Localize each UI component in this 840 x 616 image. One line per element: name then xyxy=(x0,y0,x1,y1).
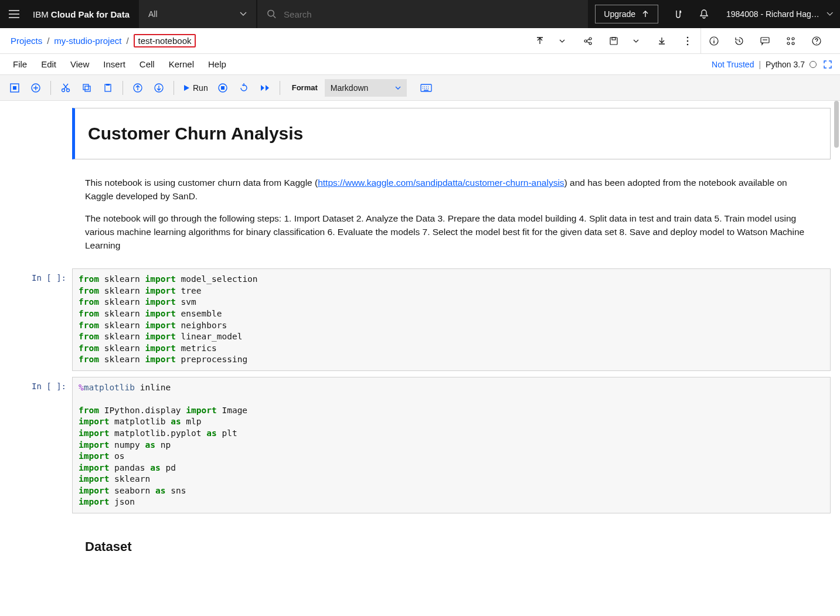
info-icon[interactable] xyxy=(700,28,726,54)
keyboard-icon[interactable] xyxy=(417,79,435,97)
svg-rect-5 xyxy=(612,38,615,40)
markdown-cell[interactable]: Dataset xyxy=(11,524,831,559)
menu-file[interactable]: File xyxy=(6,56,34,73)
cell-type-select[interactable]: Markdown xyxy=(325,79,407,97)
svg-point-6 xyxy=(687,36,689,38)
code-cell[interactable]: In [ ]: from sklearn import model_select… xyxy=(11,268,831,371)
search-input[interactable] xyxy=(284,9,579,19)
publish-dropdown[interactable] xyxy=(549,28,575,54)
notebook-title: Customer Churn Analysis xyxy=(88,124,817,144)
code-cell[interactable]: In [ ]: %matplotlib inline from IPython.… xyxy=(11,377,831,513)
markdown-cell[interactable]: Customer Churn Analysis xyxy=(11,108,831,159)
breadcrumb: Projects / my-studio-project / test-note… xyxy=(11,34,196,47)
upgrade-arrow-icon xyxy=(641,10,649,18)
breadcrumb-project[interactable]: my-studio-project xyxy=(54,36,121,46)
share-icon[interactable] xyxy=(575,28,601,54)
svg-point-8 xyxy=(687,43,689,45)
svg-rect-21 xyxy=(83,84,89,90)
notebook-menu-bar: File Edit View Insert Cell Kernel Help N… xyxy=(0,54,840,75)
restart-icon[interactable] xyxy=(235,79,253,97)
brand-title: IBM Cloud Pak for Data xyxy=(28,9,139,19)
menu-edit[interactable]: Edit xyxy=(34,56,63,73)
scrollbar-thumb[interactable] xyxy=(834,101,839,148)
svg-point-2 xyxy=(589,38,591,40)
notifications-icon[interactable] xyxy=(691,0,717,28)
hamburger-menu-icon[interactable] xyxy=(0,0,28,28)
save-notebook-icon[interactable] xyxy=(6,79,23,97)
insert-cell-icon[interactable] xyxy=(27,79,45,97)
cut-cell-icon[interactable] xyxy=(57,79,74,97)
cell-prompt: In [ ]: xyxy=(11,377,72,513)
svg-point-11 xyxy=(787,38,790,40)
markdown-cell[interactable]: This notebook is using customer churn da… xyxy=(11,163,831,265)
scope-dropdown-label: All xyxy=(148,9,158,19)
move-up-icon[interactable] xyxy=(129,79,147,97)
cell-prompt: In [ ]: xyxy=(11,268,72,371)
breadcrumb-header: Projects / my-studio-project / test-note… xyxy=(0,28,840,54)
chevron-down-icon xyxy=(395,86,401,90)
interrupt-icon[interactable] xyxy=(214,79,232,97)
svg-point-14 xyxy=(792,42,794,45)
download-icon[interactable] xyxy=(649,28,675,54)
comment-icon[interactable] xyxy=(752,28,778,54)
kernel-status-icon xyxy=(810,61,817,68)
menu-items: File Edit View Insert Cell Kernel Help xyxy=(6,56,233,73)
search-icon xyxy=(267,9,277,19)
svg-point-12 xyxy=(792,38,794,40)
chevron-down-icon xyxy=(827,12,833,16)
global-header: IBM Cloud Pak for Data All Upgrade 19840… xyxy=(0,0,840,28)
code-input[interactable]: %matplotlib inline from IPython.display … xyxy=(72,377,831,513)
paste-cell-icon[interactable] xyxy=(99,79,117,97)
history-icon[interactable] xyxy=(726,28,752,54)
menu-insert[interactable]: Insert xyxy=(96,56,132,73)
notebook-toolbar: Run Format Markdown xyxy=(0,75,840,101)
svg-rect-28 xyxy=(221,86,225,90)
notebook-body[interactable]: Customer Churn Analysis This notebook is… xyxy=(0,101,840,616)
run-button[interactable]: Run xyxy=(180,83,210,93)
svg-point-19 xyxy=(62,89,65,91)
breadcrumb-projects[interactable]: Projects xyxy=(11,36,42,46)
run-all-icon[interactable] xyxy=(256,79,274,97)
menu-cell[interactable]: Cell xyxy=(132,56,162,73)
kaggle-link[interactable]: https://www.kaggle.com/sandipdatta/custo… xyxy=(318,178,564,188)
svg-rect-22 xyxy=(85,86,90,91)
asset-action-bar xyxy=(527,28,829,54)
menu-kernel[interactable]: Kernel xyxy=(162,56,201,73)
overflow-menu-icon[interactable] xyxy=(675,28,700,54)
data-panel-icon[interactable] xyxy=(778,28,804,54)
code-input[interactable]: from sklearn import model_selection from… xyxy=(72,268,831,371)
move-down-icon[interactable] xyxy=(150,79,168,97)
menu-help[interactable]: Help xyxy=(201,56,233,73)
format-label: Format xyxy=(292,83,318,92)
direction-icon[interactable] xyxy=(665,0,691,28)
kernel-name: Python 3.7 xyxy=(766,60,805,69)
svg-rect-17 xyxy=(13,86,16,90)
menu-view[interactable]: View xyxy=(63,56,96,73)
steps-paragraph: The notebook will go through the followi… xyxy=(85,212,818,253)
chevron-down-icon xyxy=(240,12,247,16)
breadcrumb-current: test-notebook xyxy=(134,34,196,47)
user-account-dropdown[interactable]: 1984008 - Richard Hagart... xyxy=(717,0,840,28)
section-heading: Dataset xyxy=(85,539,818,554)
trust-indicator[interactable]: Not Trusted xyxy=(712,60,754,69)
copy-cell-icon[interactable] xyxy=(78,79,96,97)
svg-point-7 xyxy=(687,40,689,42)
save-dropdown[interactable] xyxy=(623,28,649,54)
svg-point-13 xyxy=(787,42,790,45)
svg-point-1 xyxy=(584,40,587,42)
help-icon[interactable] xyxy=(804,28,829,54)
svg-point-20 xyxy=(67,89,70,91)
global-search[interactable] xyxy=(257,0,588,28)
fullscreen-icon[interactable] xyxy=(821,60,834,69)
scope-dropdown[interactable]: All xyxy=(139,0,256,28)
svg-rect-24 xyxy=(106,84,110,86)
upgrade-button[interactable]: Upgrade xyxy=(595,5,658,23)
svg-point-0 xyxy=(268,10,274,16)
svg-rect-4 xyxy=(610,38,617,45)
intro-paragraph: This notebook is using customer churn da… xyxy=(85,176,818,203)
svg-point-3 xyxy=(589,42,591,45)
